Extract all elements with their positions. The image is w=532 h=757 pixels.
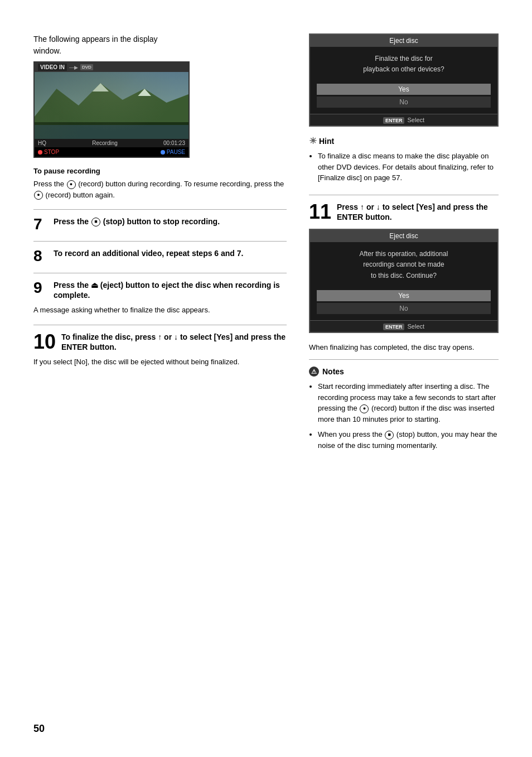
step-10-section: 10 To finalize the disc, press ↑ or ↓ to…	[33, 325, 287, 368]
notes-title: ⚠ Notes	[309, 367, 499, 377]
display-controls: STOP PAUSE	[35, 147, 188, 157]
display-bottom-bar: HQ Recording 00:01:23	[35, 139, 188, 147]
step-7-number: 7	[33, 216, 50, 232]
stop-indicator: STOP	[38, 149, 59, 155]
step-7-header: 7 Press the ■ (stop) button to stop reco…	[33, 216, 287, 232]
yes-option-2: Yes	[317, 290, 491, 301]
intro-text: The following appears in the display win…	[33, 33, 287, 57]
record-icon-1: ●	[67, 180, 76, 189]
pause-recording-title: To pause recording	[33, 167, 287, 175]
step-9-section: 9 Press the ⏏ (eject) button to eject th…	[33, 273, 287, 316]
step-7-section: 7 Press the ■ (stop) button to stop reco…	[33, 209, 287, 232]
hint-icon: ☀	[309, 136, 317, 146]
step-11-section: 11 Press ↑ or ↓ to select [Yes] and pres…	[309, 195, 499, 222]
step-11-header: 11 Press ↑ or ↓ to select [Yes] and pres…	[309, 202, 499, 222]
notes-body: Start recording immediately after insert…	[309, 381, 499, 451]
step-8-header: 8 To record an additional video, repeat …	[33, 248, 287, 264]
step-10-body: If you select [No], the disc will be eje…	[33, 356, 287, 368]
pause-recording-body: Press the ● (record) button during recor…	[33, 179, 287, 200]
hint-item-1: To finalize a disc means to make the dis…	[318, 151, 499, 184]
svg-marker-3	[93, 83, 109, 91]
svg-marker-2	[35, 122, 188, 139]
eject-disc-body-2: After this operation, additional recordi…	[310, 242, 497, 288]
hint-section: ☀ Hint To finalize a disc means to make …	[309, 136, 499, 184]
notes-section: ⚠ Notes Start recording immediately afte…	[309, 359, 499, 451]
eject-disc-screen-1: Eject disc Finalize the disc for playbac…	[309, 33, 499, 127]
enter-badge-2: ENTER	[383, 324, 405, 330]
step-9-number: 9	[33, 280, 50, 296]
svg-rect-5	[35, 125, 188, 139]
eject-disc-title-2: Eject disc	[310, 230, 497, 242]
pause-recording-section: To pause recording Press the ● (record) …	[33, 167, 287, 200]
eject-disc-options-1: Yes No	[310, 81, 497, 114]
input-type-label: —▶	[69, 65, 78, 70]
svg-marker-1	[35, 83, 188, 139]
notes-icon: ⚠	[309, 367, 319, 377]
display-video-area	[35, 72, 188, 139]
stop-icon-note: ■	[385, 431, 394, 440]
step-10-number: 10	[33, 332, 58, 352]
no-option-1: No	[317, 97, 491, 108]
enter-badge-1: ENTER	[383, 117, 405, 124]
eject-disc-footer-1: ENTER Select	[310, 114, 497, 126]
display-window: VIDEO IN —▶ DVD	[33, 61, 190, 158]
step-7-text: Press the ■ (stop) button to stop record…	[54, 216, 220, 226]
stop-btn-icon: ■	[91, 218, 100, 226]
step-8-number: 8	[33, 248, 50, 264]
step-11-number: 11	[309, 202, 333, 222]
finalize-complete-text: When finalizing has completed, the disc …	[309, 342, 499, 353]
step-9-body: A message asking whether to finalize the…	[33, 305, 287, 316]
step-9-header: 9 Press the ⏏ (eject) button to eject th…	[33, 280, 287, 300]
eject-disc-footer-2: ENTER Select	[310, 320, 497, 332]
note-1: Start recording immediately after insert…	[318, 381, 499, 425]
svg-rect-0	[35, 72, 188, 139]
stop-icon	[38, 150, 42, 155]
note-2: When you press the ■ (stop) button, you …	[318, 429, 499, 451]
hint-title: ☀ Hint	[309, 136, 499, 146]
step-11-text: Press ↑ or ↓ to select [Yes] and press t…	[337, 202, 499, 222]
step-10-text: To finalize the disc, press ↑ or ↓ to se…	[61, 332, 287, 352]
pause-indicator: PAUSE	[161, 149, 185, 155]
step-10-header: 10 To finalize the disc, press ↑ or ↓ to…	[33, 332, 287, 352]
step-8-section: 8 To record an additional video, repeat …	[33, 241, 287, 264]
display-top-bar: VIDEO IN —▶ DVD	[35, 62, 188, 72]
yes-option-1: Yes	[317, 84, 491, 95]
record-icon-note: ●	[360, 404, 369, 413]
step-9-text: Press the ⏏ (eject) button to eject the …	[54, 280, 287, 300]
eject-disc-options-2: Yes No	[310, 288, 497, 320]
dvd-label: DVD	[80, 64, 93, 70]
hint-body: To finalize a disc means to make the dis…	[309, 151, 499, 184]
eject-disc-body-1: Finalize the disc for playback on other …	[310, 47, 497, 81]
record-icon-2: ●	[34, 191, 43, 200]
step-8-text: To record an additional video, repeat st…	[54, 248, 244, 258]
page-number: 50	[33, 723, 45, 735]
eject-disc-screen-2: Eject disc After this operation, additio…	[309, 229, 499, 333]
video-in-label: VIDEO IN	[38, 64, 67, 71]
no-option-2: No	[317, 303, 491, 314]
video-scene	[35, 72, 188, 139]
eject-disc-title-1: Eject disc	[310, 35, 497, 47]
svg-marker-4	[138, 89, 151, 96]
pause-icon	[161, 150, 165, 155]
